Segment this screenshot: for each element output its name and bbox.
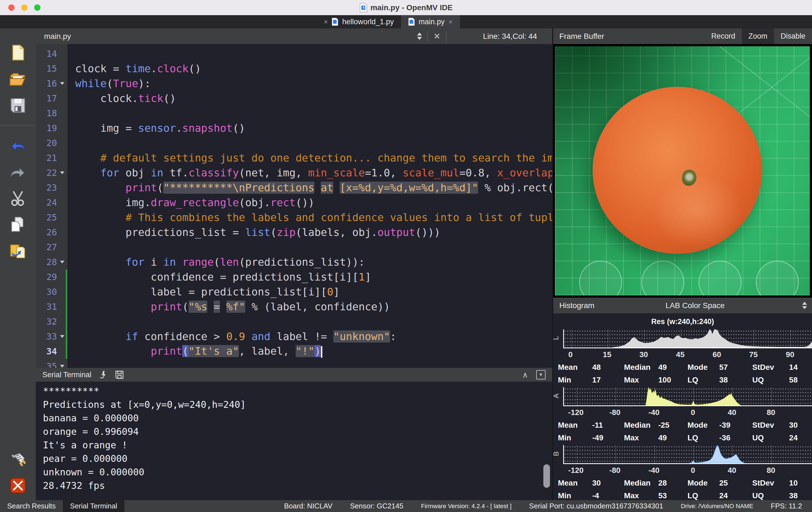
tick-label: -120 bbox=[568, 466, 583, 475]
histogram-panel: Res (w:240,h:240) L0153045607590Mean48Me… bbox=[553, 313, 812, 501]
code-line[interactable]: 23 print("**********\nPredictions at [x=… bbox=[36, 180, 552, 195]
connect-button[interactable] bbox=[9, 451, 27, 469]
code-line[interactable]: 20 bbox=[36, 136, 552, 151]
line-number: 29 bbox=[36, 272, 57, 282]
code-line[interactable]: 27 bbox=[36, 240, 552, 254]
fold-arrow-icon[interactable] bbox=[57, 261, 67, 264]
traffic-lights bbox=[8, 4, 40, 11]
code-line[interactable]: 31 print("%s = %f" % (label, confidence)… bbox=[36, 299, 552, 314]
code-line[interactable]: 32 bbox=[36, 314, 552, 329]
tick-label: 80 bbox=[767, 408, 775, 417]
record-button[interactable]: Record bbox=[705, 28, 742, 44]
close-editor-icon[interactable]: ✕ bbox=[434, 31, 440, 41]
code-line[interactable]: 30 label = predictions_list[i][0] bbox=[36, 285, 552, 299]
save-file-button[interactable] bbox=[9, 97, 27, 115]
serial-terminal-output[interactable]: **********Predictions at [x=0,y=0,w=240,… bbox=[36, 382, 552, 500]
code-line[interactable]: 21 # default settings just do one detect… bbox=[36, 151, 552, 165]
code-editor[interactable]: 1415clock = time.clock()16while(True):17… bbox=[36, 44, 552, 368]
code-line[interactable]: 26 predictions_list = list(zip(labels, o… bbox=[36, 225, 552, 240]
code-line[interactable]: 24 img.draw_rectangle(obj.rect()) bbox=[36, 195, 552, 210]
resolution-label: Res (w:240,h:240) bbox=[553, 316, 812, 328]
code-line[interactable]: 15clock = time.clock() bbox=[36, 61, 552, 76]
stat-label: Mode bbox=[688, 479, 719, 487]
undo-button[interactable] bbox=[9, 136, 27, 154]
collapse-panel-icon[interactable]: ∧ bbox=[522, 370, 528, 379]
board-status: Board: NICLAV bbox=[284, 502, 332, 510]
close-tab-icon[interactable]: × bbox=[324, 18, 328, 26]
code-line[interactable]: 18 bbox=[36, 106, 552, 121]
redo-button[interactable] bbox=[9, 163, 27, 181]
code-line[interactable]: 14 bbox=[36, 46, 552, 61]
stats-row: Min-4Max53LQ24UQ38 bbox=[553, 491, 812, 500]
stat-label: Mode bbox=[688, 421, 719, 430]
clear-terminal-icon[interactable] bbox=[99, 370, 109, 379]
code-line[interactable]: 28 for i in range(len(predictions_list))… bbox=[36, 254, 552, 270]
stop-script-button[interactable] bbox=[9, 477, 27, 495]
close-window-button[interactable] bbox=[8, 4, 14, 11]
histogram-channel-b: B-120-80-4004080Mean30Median28Mode25StDe… bbox=[553, 443, 812, 501]
code-line[interactable]: 16while(True): bbox=[36, 76, 552, 91]
serial-terminal-tab[interactable]: Serial Terminal bbox=[63, 500, 124, 512]
code-line[interactable]: 33 if confidence > 0.9 and label != "unk… bbox=[36, 329, 552, 344]
stat-value: 49 bbox=[659, 363, 688, 372]
stat-value: -11 bbox=[592, 421, 624, 430]
code-line[interactable]: 19 img = sensor.snapshot() bbox=[36, 121, 552, 136]
serial-output-line: pear = 0.000000 bbox=[43, 452, 552, 465]
serial-scrollbar-thumb[interactable] bbox=[543, 464, 550, 488]
line-col-indicator: Line: 34,Col: 44 bbox=[483, 32, 537, 41]
stat-value: 17 bbox=[592, 376, 624, 384]
code-line[interactable]: 22 for obj in tf.classify(net, img, min_… bbox=[36, 165, 552, 180]
code-line[interactable]: 35 bbox=[36, 359, 552, 368]
tick-label: 15 bbox=[603, 350, 611, 359]
paste-button[interactable] bbox=[9, 242, 27, 260]
fold-arrow-icon[interactable] bbox=[57, 365, 67, 368]
channel-label: A bbox=[552, 394, 560, 398]
open-file-selector[interactable]: main.py bbox=[44, 32, 71, 41]
code-line[interactable]: 29 confidence = predictions_list[i][1] bbox=[36, 270, 552, 285]
python-file-icon bbox=[332, 18, 338, 26]
stat-label: Median bbox=[624, 421, 659, 430]
fold-arrow-icon[interactable] bbox=[57, 82, 67, 85]
new-file-button[interactable] bbox=[9, 44, 27, 62]
frame-buffer-header: Frame Buffer Record Zoom Disable bbox=[553, 28, 812, 44]
stat-label: Median bbox=[624, 363, 659, 372]
stat-value: 28 bbox=[659, 479, 688, 487]
minimize-window-button[interactable] bbox=[21, 4, 28, 11]
tick-label: 0 bbox=[691, 408, 695, 417]
zoom-button[interactable]: Zoom bbox=[742, 28, 774, 44]
copy-button[interactable] bbox=[9, 215, 27, 234]
zoom-window-button[interactable] bbox=[34, 4, 40, 11]
stat-label: StDev bbox=[752, 363, 789, 372]
colorspace-spinner[interactable] bbox=[802, 302, 807, 309]
editor-header: main.py ✕ Line: 34,Col: 44 bbox=[36, 28, 552, 44]
stat-label: LQ bbox=[688, 376, 719, 384]
file-switch-spinner[interactable] bbox=[417, 32, 422, 40]
stat-label: Min bbox=[558, 433, 592, 442]
line-number: 22 bbox=[36, 167, 57, 178]
tick-label: 40 bbox=[728, 466, 736, 475]
close-tab-icon[interactable]: × bbox=[448, 18, 453, 26]
search-results-tab[interactable]: Search Results bbox=[0, 500, 63, 512]
save-log-icon[interactable] bbox=[115, 370, 124, 379]
tab-helloworld[interactable]: × helloworld_1.py bbox=[317, 15, 401, 28]
code-text: img.draw_rectangle(obj.rect()) bbox=[67, 196, 314, 209]
code-text: for obj in tf.classify(net, img, min_sca… bbox=[67, 167, 552, 179]
stat-label: Max bbox=[624, 433, 659, 442]
code-line[interactable]: 17 clock.tick() bbox=[36, 91, 552, 106]
sensor-status: Sensor: GC2145 bbox=[350, 502, 404, 510]
disable-button[interactable]: Disable bbox=[774, 28, 812, 44]
fold-arrow-icon[interactable] bbox=[57, 171, 67, 174]
colorspace-selector[interactable]: LAB Color Space bbox=[666, 301, 725, 310]
open-file-button[interactable] bbox=[9, 70, 27, 88]
code-line[interactable]: 25 # This combines the labels and confid… bbox=[36, 210, 552, 225]
stat-value: 58 bbox=[789, 376, 812, 384]
window-title: main.py - OpenMV IDE bbox=[359, 3, 453, 12]
tick-label: -80 bbox=[609, 408, 620, 417]
stat-label: Mean bbox=[558, 421, 592, 430]
tab-main[interactable]: main.py × bbox=[401, 15, 460, 28]
code-line[interactable]: 34 print("It's a", label, "!") bbox=[36, 344, 552, 359]
dock-panel-icon[interactable]: ▼ bbox=[536, 370, 546, 379]
x-axis-ticks: -120-80-4004080 bbox=[563, 408, 812, 418]
cut-button[interactable] bbox=[9, 189, 27, 207]
tick-label: -40 bbox=[648, 466, 659, 475]
